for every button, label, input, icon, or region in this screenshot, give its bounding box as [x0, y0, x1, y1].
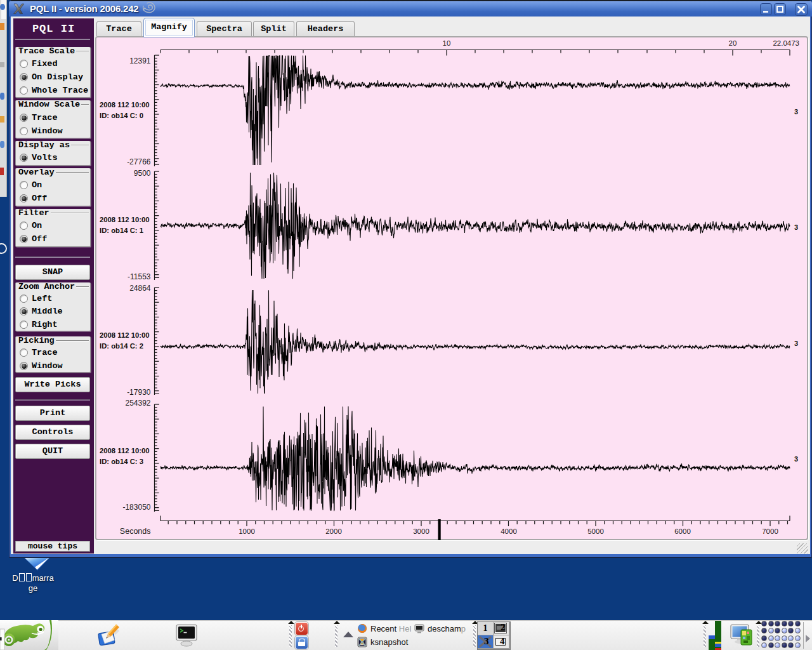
- svg-text:ID: ob14 C: 2: ID: ob14 C: 2: [100, 342, 143, 350]
- svg-text:24864: 24864: [129, 284, 151, 293]
- svg-text:7000: 7000: [762, 527, 778, 535]
- svg-text:3: 3: [794, 340, 798, 347]
- svg-text:-17930: -17930: [127, 388, 151, 397]
- svg-text:-183050: -183050: [122, 503, 150, 512]
- svg-text:3: 3: [794, 455, 798, 463]
- svg-text:22.0473: 22.0473: [773, 39, 799, 47]
- svg-text:5000: 5000: [587, 527, 604, 535]
- svg-text:20: 20: [729, 39, 737, 47]
- svg-text:6000: 6000: [674, 527, 691, 535]
- svg-text:4000: 4000: [501, 527, 517, 535]
- svg-text:ID: ob14 C: 3: ID: ob14 C: 3: [100, 458, 143, 465]
- svg-text:254392: 254392: [125, 399, 150, 408]
- svg-text:9500: 9500: [134, 169, 151, 178]
- svg-text:12391: 12391: [129, 56, 151, 65]
- svg-text:3: 3: [794, 223, 798, 231]
- svg-text:2008 112 10:00: 2008 112 10:00: [100, 331, 150, 339]
- svg-text:3000: 3000: [413, 527, 429, 535]
- svg-text:-27766: -27766: [127, 157, 151, 166]
- svg-text:3: 3: [794, 108, 798, 116]
- svg-text:ID: ob14 C: 1: ID: ob14 C: 1: [100, 227, 143, 234]
- svg-text:2000: 2000: [325, 527, 342, 535]
- svg-text:1000: 1000: [239, 527, 255, 535]
- svg-text:2008 112 10:00: 2008 112 10:00: [100, 216, 150, 223]
- svg-text:2008 112 10:00: 2008 112 10:00: [100, 447, 150, 454]
- svg-text:Seconds: Seconds: [120, 527, 151, 536]
- svg-text:ID: ob14 C: 0: ID: ob14 C: 0: [100, 112, 143, 119]
- svg-text:10: 10: [443, 39, 451, 47]
- svg-text:-11553: -11553: [128, 272, 151, 281]
- svg-text:2008 112 10:00: 2008 112 10:00: [100, 101, 150, 109]
